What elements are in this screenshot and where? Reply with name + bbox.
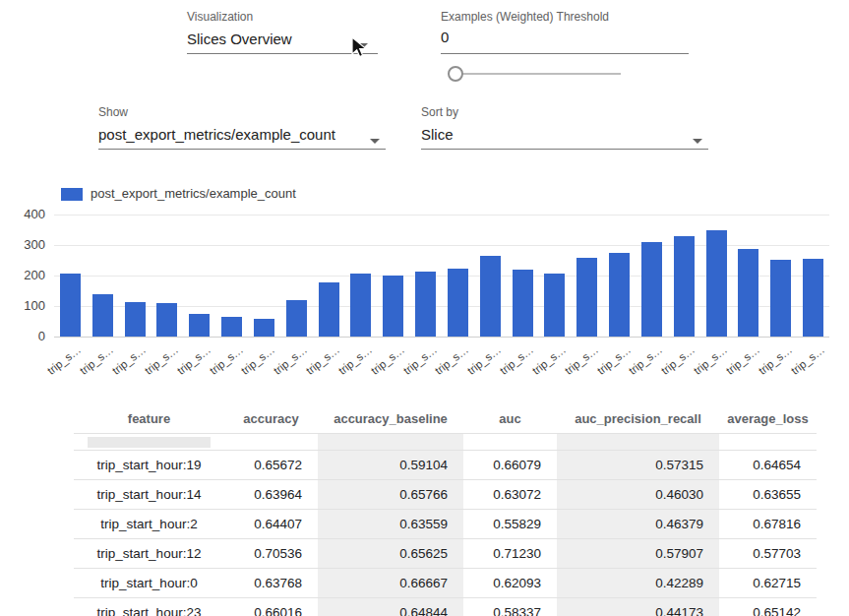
table-cell: 0.70536 xyxy=(224,539,318,568)
table-cell: 0.63768 xyxy=(224,569,318,597)
y-axis-tick-label: 100 xyxy=(0,298,45,313)
feature-filter-input[interactable] xyxy=(88,437,211,448)
table-cell: 0.55829 xyxy=(463,510,557,538)
table-cell: 0.62715 xyxy=(719,569,817,597)
table-cell: trip_start_hour:23 xyxy=(74,598,224,616)
column-header-average_loss[interactable]: average_loss xyxy=(719,403,817,433)
chart-bar[interactable] xyxy=(286,300,307,337)
chart-bar[interactable] xyxy=(480,256,501,337)
sort-by-select[interactable]: Slice xyxy=(421,126,454,143)
table-cell: 0.63964 xyxy=(224,480,318,509)
chart-bar[interactable] xyxy=(738,249,758,337)
visualization-select[interactable]: Slices Overview xyxy=(187,31,292,47)
chart-bar[interactable] xyxy=(448,269,468,337)
table-cell: 0.44173 xyxy=(557,598,719,616)
y-axis-tick-label: 400 xyxy=(0,207,45,221)
table-cell: 0.59104 xyxy=(318,451,463,479)
chart-bar[interactable] xyxy=(92,294,113,337)
chart-bar[interactable] xyxy=(544,274,565,337)
chart-bar[interactable] xyxy=(350,274,371,337)
table-filter-cell xyxy=(557,434,719,450)
table-cell: 0.66079 xyxy=(463,451,557,479)
table-cell: 0.42289 xyxy=(557,569,719,597)
chart-bar[interactable] xyxy=(803,259,823,337)
table-cell: 0.65672 xyxy=(224,451,318,479)
table-filter-cell xyxy=(318,434,463,450)
table-header-row: featureaccuracyaccuracy_baselineaucauc_p… xyxy=(74,403,817,434)
metrics-table: featureaccuracyaccuracy_baselineaucauc_p… xyxy=(74,403,817,616)
chart-bar[interactable] xyxy=(254,319,274,337)
show-select[interactable]: post_export_metrics/example_count xyxy=(98,126,335,143)
chart-bar[interactable] xyxy=(383,276,403,337)
threshold-underline xyxy=(441,53,689,54)
chevron-down-icon[interactable] xyxy=(693,139,702,144)
table-cell: trip_start_hour:0 xyxy=(74,569,224,597)
table-cell: 0.63655 xyxy=(719,480,817,509)
table-cell: 0.46379 xyxy=(557,510,719,538)
chart-bar[interactable] xyxy=(674,236,695,337)
table-cell: trip_start_hour:19 xyxy=(74,451,224,479)
column-header-accuracy_baseline[interactable]: accuracy_baseline xyxy=(318,403,463,433)
table-cell: 0.66016 xyxy=(224,598,318,616)
table-cell: 0.46030 xyxy=(557,480,719,509)
chart-bar[interactable] xyxy=(415,272,436,337)
table-cell: 0.57315 xyxy=(557,451,719,479)
chart-bar[interactable] xyxy=(576,258,597,337)
table-cell: 0.71230 xyxy=(463,539,557,568)
chevron-down-icon[interactable] xyxy=(370,139,380,144)
table-cell: trip_start_hour:2 xyxy=(74,510,224,538)
column-header-auc[interactable]: auc xyxy=(463,403,557,433)
table-cell: 0.62093 xyxy=(463,569,557,597)
table-cell: 0.65142 xyxy=(719,598,817,616)
table-cell: 0.57907 xyxy=(557,539,719,568)
chart-bar[interactable] xyxy=(609,253,630,337)
sort-by-underline xyxy=(421,149,708,150)
y-axis-tick-label: 0 xyxy=(0,329,45,343)
table-row: trip_start_hour:140.639640.657660.630720… xyxy=(74,480,817,510)
chart-bar[interactable] xyxy=(641,242,662,337)
threshold-slider-track[interactable] xyxy=(454,73,621,75)
table-cell: 0.64407 xyxy=(224,510,318,538)
table-filter-cell xyxy=(719,434,817,450)
chart-bar[interactable] xyxy=(513,270,533,337)
table-row: trip_start_hour:20.644070.635590.558290.… xyxy=(74,510,817,539)
chart-bar[interactable] xyxy=(156,303,177,337)
chart-bar[interactable] xyxy=(60,274,81,337)
table-filter-cell xyxy=(74,434,224,450)
chart-bar[interactable] xyxy=(189,314,210,337)
table-row: trip_start_hour:230.660160.648440.583370… xyxy=(74,598,817,616)
mouse-cursor-icon xyxy=(350,36,368,60)
chart-bar[interactable] xyxy=(319,282,339,337)
table-cell: 0.64844 xyxy=(318,598,463,616)
threshold-slider-thumb[interactable] xyxy=(448,66,463,82)
table-row: trip_start_hour:120.705360.656250.712300… xyxy=(74,539,817,569)
table-cell: 0.67816 xyxy=(719,510,817,538)
chart-bar[interactable] xyxy=(770,260,791,337)
table-cell: 0.64654 xyxy=(719,451,817,479)
threshold-input[interactable] xyxy=(441,29,559,45)
chart-bar[interactable] xyxy=(221,317,242,337)
visualization-label: Visualization xyxy=(187,10,253,24)
threshold-label: Examples (Weighted) Threshold xyxy=(441,10,609,24)
show-label: Show xyxy=(98,105,128,119)
table-cell: 0.63072 xyxy=(463,480,557,509)
table-cell: trip_start_hour:14 xyxy=(74,480,224,509)
table-row: trip_start_hour:00.637680.666670.620930.… xyxy=(74,569,817,598)
y-axis-tick-label: 200 xyxy=(0,268,45,282)
table-cell: 0.63559 xyxy=(318,510,463,538)
gridline xyxy=(54,215,829,216)
chart-bar[interactable] xyxy=(125,302,146,337)
table-cell: 0.66667 xyxy=(318,569,463,597)
table-filter-row xyxy=(74,434,817,451)
column-header-auc_precision_recall[interactable]: auc_precision_recall xyxy=(557,403,719,433)
y-axis-tick-label: 300 xyxy=(0,237,45,252)
gridline xyxy=(54,337,829,338)
table-cell: 0.65766 xyxy=(318,480,463,509)
table-cell: 0.65625 xyxy=(318,539,463,568)
column-header-feature[interactable]: feature xyxy=(74,403,224,433)
chart-bar[interactable] xyxy=(706,230,727,338)
legend-label: post_export_metrics/example_count xyxy=(91,186,296,201)
column-header-accuracy[interactable]: accuracy xyxy=(224,403,318,433)
sort-by-label: Sort by xyxy=(421,105,458,119)
table-row: trip_start_hour:190.656720.591040.660790… xyxy=(74,451,817,480)
